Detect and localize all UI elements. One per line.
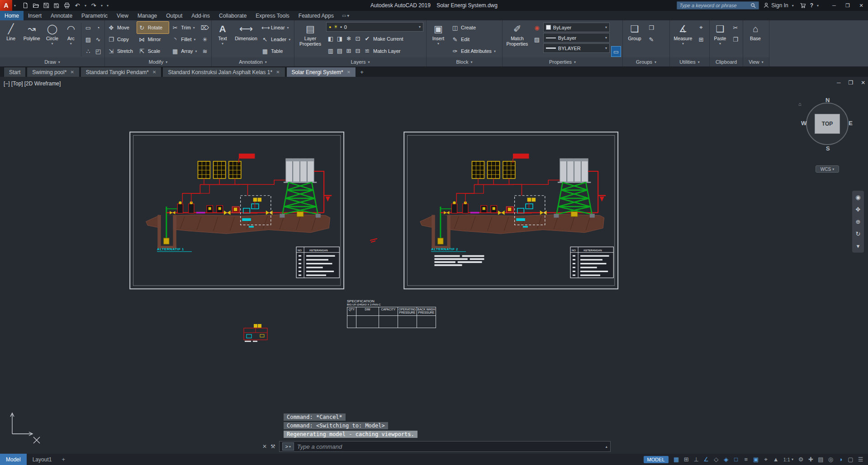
pan-icon[interactable]: ✥ — [856, 206, 861, 213]
panel-label-utilities[interactable]: Utilities▾ — [670, 57, 709, 66]
id-point-icon[interactable]: ⌖ — [697, 23, 706, 33]
spline-icon[interactable]: ∿ — [94, 34, 103, 44]
layer-properties-button[interactable]: ▤ Layer Properties — [296, 22, 325, 57]
tab-collaborate[interactable]: Collaborate — [214, 11, 251, 20]
file-tab-swiming-pool[interactable]: Swiming pool*✕ — [27, 67, 79, 77]
plot-icon[interactable] — [62, 1, 72, 10]
viewcube-east[interactable]: E — [849, 120, 853, 127]
lineweight-dropdown[interactable]: BYLAYER ▾ — [543, 43, 610, 53]
tab-annotate[interactable]: Annotate — [46, 11, 77, 20]
close-tab-icon[interactable]: ✕ — [276, 70, 280, 75]
erase-icon[interactable]: ⌦ — [200, 23, 209, 33]
array-button[interactable]: ▦Array▾ — [170, 45, 199, 57]
ellipse-icon[interactable]: ◔ — [94, 23, 103, 33]
annotation-monitor-icon[interactable]: ✚ — [806, 456, 816, 463]
measure-button[interactable]: ∡ Measure ▾ — [671, 22, 695, 57]
file-tab-solar-energi-system[interactable]: Solar Energi System*✕ — [286, 67, 356, 77]
ribbon-display-toggle[interactable]: ▭ ▾ — [338, 11, 353, 20]
close-tab-icon[interactable]: ✕ — [70, 70, 74, 75]
layer-merge-icon[interactable]: ⊞ — [344, 46, 353, 56]
quick-properties-icon[interactable]: ▤ — [816, 456, 825, 463]
layer-lock-icon[interactable]: ⊡ — [353, 34, 362, 44]
minimize-button[interactable]: ─ — [827, 0, 841, 11]
tab-home[interactable]: Home — [0, 11, 24, 20]
wcs-selector[interactable]: WCS ▾ — [816, 165, 839, 173]
file-tab-start[interactable]: Start — [4, 67, 26, 77]
restore-button[interactable]: ❐ — [841, 0, 854, 11]
layer-isolate-icon[interactable]: ◨ — [335, 34, 344, 44]
explode-icon[interactable]: ✳ — [200, 34, 209, 44]
dynamic-ucs-icon[interactable]: ⌖ — [761, 456, 771, 463]
cut-icon[interactable]: ✂ — [731, 23, 740, 33]
snap-icon[interactable]: ⊞ — [682, 456, 691, 463]
viewcube-top-face[interactable]: TOP — [815, 114, 840, 134]
paste-button[interactable]: ❑ Paste ▾ — [711, 22, 729, 57]
object-color-dropdown[interactable]: ByLayer ▾ — [543, 23, 610, 32]
ungroup-icon[interactable]: ❒ — [647, 23, 656, 33]
viewport-collapse-control[interactable]: [−] — [4, 80, 10, 87]
edit-attributes-button[interactable]: ✑Edit Attributes▾ — [450, 45, 499, 57]
viewcube-west[interactable]: W — [801, 120, 806, 127]
command-history-toggle-icon[interactable]: ▴ — [606, 445, 607, 449]
copy-button[interactable]: ❐Copy — [106, 33, 136, 45]
sign-in-button[interactable]: Sign In ▾ — [763, 2, 795, 9]
viewcube-home-icon[interactable]: ⌂ — [798, 101, 802, 107]
panel-label-groups[interactable]: Groups▾ — [623, 57, 669, 66]
copy-clip-icon[interactable]: ❐ — [731, 34, 740, 44]
properties-palette-icon[interactable]: ▭ — [612, 47, 621, 56]
orbit-icon[interactable]: ↻ — [856, 230, 861, 237]
lineweight-icon[interactable]: ≡ — [741, 456, 751, 463]
panel-label-block[interactable]: Block▾ — [427, 57, 502, 66]
doc-minimize-icon[interactable]: ─ — [837, 80, 841, 86]
clean-screen-icon[interactable]: ▢ — [846, 456, 855, 463]
model-space-indicator[interactable]: MODEL — [644, 456, 669, 463]
qat-customize-icon[interactable]: ▾ — [105, 4, 110, 8]
layer-dropdown[interactable]: ● ☀ ▪ 0 ▾ — [326, 22, 423, 32]
ortho-icon[interactable]: ⊥ — [692, 456, 701, 463]
tab-express-tools[interactable]: Express Tools — [251, 11, 294, 20]
new-tab-button[interactable]: + — [357, 67, 367, 77]
transparency-tool-icon[interactable]: ▨ — [532, 34, 541, 44]
doc-close-icon[interactable]: ✕ — [861, 80, 865, 86]
drawing-canvas[interactable]: NO KETERANGAN ALTERN — [0, 77, 868, 454]
rectangle-icon[interactable]: ▭ — [84, 23, 93, 33]
undo-icon[interactable]: ↶ — [72, 1, 82, 10]
close-tab-icon[interactable]: ✕ — [347, 70, 351, 75]
stretch-button[interactable]: ⇲Stretch — [106, 45, 136, 57]
arc-button[interactable]: ◠ Arc ▾ — [63, 22, 79, 57]
search-icon[interactable] — [750, 3, 756, 9]
object-snap-icon[interactable]: □ — [731, 456, 741, 463]
app-store-button[interactable] — [800, 2, 806, 9]
leader-button[interactable]: ↖Leader▾ — [260, 33, 293, 45]
dimension-button[interactable]: ⟷ Dimension — [233, 22, 259, 57]
steering-wheel-icon[interactable]: ◉ — [855, 194, 860, 201]
panel-label-view[interactable]: View▾ — [743, 57, 769, 66]
circle-button[interactable]: ◯ Circle ▾ — [43, 22, 61, 57]
tab-featured-apps[interactable]: Featured Apps — [294, 11, 338, 20]
scale-button[interactable]: ⇱Scale — [137, 45, 169, 57]
move-button[interactable]: ✥Move — [106, 22, 136, 33]
quick-calc-icon[interactable]: ⊞ — [697, 34, 706, 44]
command-prompt-icon[interactable]: >▾ — [282, 442, 294, 451]
help-button[interactable]: ? ▾ — [810, 2, 821, 9]
text-button[interactable]: A Text ▾ — [213, 22, 232, 57]
object-snap-tracking-icon[interactable]: ◈ — [721, 456, 731, 463]
group-edit-icon[interactable]: ✎ — [647, 34, 656, 44]
hatch-icon[interactable]: ▨ — [84, 34, 93, 44]
annotation-scale-control[interactable]: 1:1 ▾ — [781, 457, 796, 462]
panel-label-annotation[interactable]: Annotation▾ — [212, 57, 294, 66]
command-customize-icon[interactable]: ⚒ — [270, 443, 275, 450]
layer-delete-icon[interactable]: ⊟ — [353, 46, 362, 56]
tab-parametric[interactable]: Parametric — [77, 11, 112, 20]
create-block-button[interactable]: ◫Create — [450, 22, 499, 33]
app-menu-arrow-icon[interactable]: ▾ — [12, 4, 18, 8]
command-close-icon[interactable]: ✕ — [262, 443, 267, 450]
open-file-icon[interactable] — [31, 1, 41, 10]
match-properties-button[interactable]: ✐ Match Properties — [504, 22, 531, 57]
layer-unisolate-icon[interactable]: ▥ — [326, 46, 335, 56]
layer-walk-icon[interactable]: ▤ — [335, 46, 344, 56]
offset-icon[interactable]: ≋ — [200, 46, 209, 56]
isolate-objects-icon[interactable]: ◎ — [826, 456, 835, 463]
command-input[interactable] — [297, 443, 602, 450]
doc-restore-icon[interactable]: ❐ — [849, 80, 854, 86]
